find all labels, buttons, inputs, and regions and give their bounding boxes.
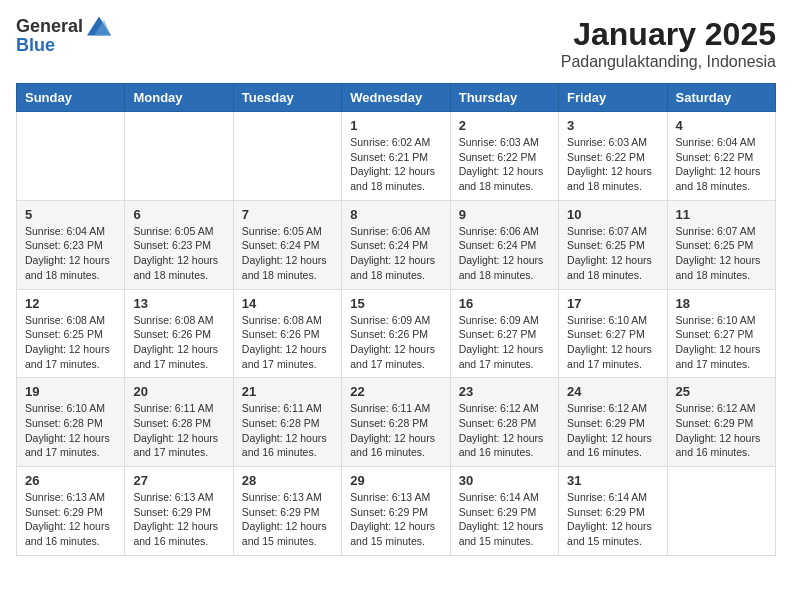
calendar-cell: 6Sunrise: 6:05 AMSunset: 6:23 PMDaylight… xyxy=(125,200,233,289)
calendar-cell: 19Sunrise: 6:10 AMSunset: 6:28 PMDayligh… xyxy=(17,378,125,467)
day-info: Sunrise: 6:07 AMSunset: 6:25 PMDaylight:… xyxy=(567,224,658,283)
calendar-cell: 17Sunrise: 6:10 AMSunset: 6:27 PMDayligh… xyxy=(559,289,667,378)
calendar-cell: 11Sunrise: 6:07 AMSunset: 6:25 PMDayligh… xyxy=(667,200,775,289)
day-info: Sunrise: 6:06 AMSunset: 6:24 PMDaylight:… xyxy=(459,224,550,283)
calendar-cell xyxy=(667,467,775,556)
day-number: 28 xyxy=(242,473,333,488)
header-wednesday: Wednesday xyxy=(342,84,450,112)
calendar-week-1: 1Sunrise: 6:02 AMSunset: 6:21 PMDaylight… xyxy=(17,112,776,201)
day-number: 25 xyxy=(676,384,767,399)
calendar-cell: 15Sunrise: 6:09 AMSunset: 6:26 PMDayligh… xyxy=(342,289,450,378)
day-info: Sunrise: 6:03 AMSunset: 6:22 PMDaylight:… xyxy=(459,135,550,194)
day-number: 22 xyxy=(350,384,441,399)
day-number: 17 xyxy=(567,296,658,311)
calendar-cell: 22Sunrise: 6:11 AMSunset: 6:28 PMDayligh… xyxy=(342,378,450,467)
day-number: 12 xyxy=(25,296,116,311)
calendar-cell: 12Sunrise: 6:08 AMSunset: 6:25 PMDayligh… xyxy=(17,289,125,378)
calendar-cell: 2Sunrise: 6:03 AMSunset: 6:22 PMDaylight… xyxy=(450,112,558,201)
day-info: Sunrise: 6:13 AMSunset: 6:29 PMDaylight:… xyxy=(133,490,224,549)
calendar-header-row: SundayMondayTuesdayWednesdayThursdayFrid… xyxy=(17,84,776,112)
page-header: General Blue January 2025 Padangulaktand… xyxy=(16,16,776,71)
calendar-cell: 28Sunrise: 6:13 AMSunset: 6:29 PMDayligh… xyxy=(233,467,341,556)
logo-general: General xyxy=(16,17,83,35)
day-info: Sunrise: 6:05 AMSunset: 6:23 PMDaylight:… xyxy=(133,224,224,283)
title-month: January 2025 xyxy=(561,16,776,53)
day-info: Sunrise: 6:04 AMSunset: 6:22 PMDaylight:… xyxy=(676,135,767,194)
logo: General Blue xyxy=(16,16,111,54)
calendar-cell: 23Sunrise: 6:12 AMSunset: 6:28 PMDayligh… xyxy=(450,378,558,467)
header-monday: Monday xyxy=(125,84,233,112)
day-number: 30 xyxy=(459,473,550,488)
calendar-cell: 4Sunrise: 6:04 AMSunset: 6:22 PMDaylight… xyxy=(667,112,775,201)
day-number: 14 xyxy=(242,296,333,311)
day-number: 10 xyxy=(567,207,658,222)
day-info: Sunrise: 6:12 AMSunset: 6:28 PMDaylight:… xyxy=(459,401,550,460)
day-number: 15 xyxy=(350,296,441,311)
calendar-cell: 24Sunrise: 6:12 AMSunset: 6:29 PMDayligh… xyxy=(559,378,667,467)
day-info: Sunrise: 6:14 AMSunset: 6:29 PMDaylight:… xyxy=(459,490,550,549)
day-info: Sunrise: 6:07 AMSunset: 6:25 PMDaylight:… xyxy=(676,224,767,283)
calendar-week-2: 5Sunrise: 6:04 AMSunset: 6:23 PMDaylight… xyxy=(17,200,776,289)
day-info: Sunrise: 6:09 AMSunset: 6:27 PMDaylight:… xyxy=(459,313,550,372)
day-number: 1 xyxy=(350,118,441,133)
calendar-cell: 14Sunrise: 6:08 AMSunset: 6:26 PMDayligh… xyxy=(233,289,341,378)
day-number: 6 xyxy=(133,207,224,222)
calendar-cell: 10Sunrise: 6:07 AMSunset: 6:25 PMDayligh… xyxy=(559,200,667,289)
calendar-cell: 5Sunrise: 6:04 AMSunset: 6:23 PMDaylight… xyxy=(17,200,125,289)
day-info: Sunrise: 6:08 AMSunset: 6:26 PMDaylight:… xyxy=(133,313,224,372)
calendar-cell: 21Sunrise: 6:11 AMSunset: 6:28 PMDayligh… xyxy=(233,378,341,467)
day-info: Sunrise: 6:12 AMSunset: 6:29 PMDaylight:… xyxy=(676,401,767,460)
title-block: January 2025 Padangulaktanding, Indonesi… xyxy=(561,16,776,71)
calendar-cell xyxy=(125,112,233,201)
day-info: Sunrise: 6:03 AMSunset: 6:22 PMDaylight:… xyxy=(567,135,658,194)
day-number: 16 xyxy=(459,296,550,311)
day-number: 2 xyxy=(459,118,550,133)
day-info: Sunrise: 6:13 AMSunset: 6:29 PMDaylight:… xyxy=(242,490,333,549)
day-info: Sunrise: 6:10 AMSunset: 6:28 PMDaylight:… xyxy=(25,401,116,460)
day-number: 7 xyxy=(242,207,333,222)
calendar-table: SundayMondayTuesdayWednesdayThursdayFrid… xyxy=(16,83,776,556)
calendar-cell: 31Sunrise: 6:14 AMSunset: 6:29 PMDayligh… xyxy=(559,467,667,556)
day-number: 20 xyxy=(133,384,224,399)
header-saturday: Saturday xyxy=(667,84,775,112)
day-info: Sunrise: 6:14 AMSunset: 6:29 PMDaylight:… xyxy=(567,490,658,549)
day-number: 21 xyxy=(242,384,333,399)
calendar-cell: 3Sunrise: 6:03 AMSunset: 6:22 PMDaylight… xyxy=(559,112,667,201)
calendar-week-3: 12Sunrise: 6:08 AMSunset: 6:25 PMDayligh… xyxy=(17,289,776,378)
day-number: 3 xyxy=(567,118,658,133)
header-tuesday: Tuesday xyxy=(233,84,341,112)
calendar-cell: 7Sunrise: 6:05 AMSunset: 6:24 PMDaylight… xyxy=(233,200,341,289)
day-number: 19 xyxy=(25,384,116,399)
day-number: 27 xyxy=(133,473,224,488)
day-info: Sunrise: 6:11 AMSunset: 6:28 PMDaylight:… xyxy=(350,401,441,460)
calendar-cell xyxy=(233,112,341,201)
calendar-week-5: 26Sunrise: 6:13 AMSunset: 6:29 PMDayligh… xyxy=(17,467,776,556)
day-number: 26 xyxy=(25,473,116,488)
day-number: 18 xyxy=(676,296,767,311)
day-info: Sunrise: 6:06 AMSunset: 6:24 PMDaylight:… xyxy=(350,224,441,283)
header-sunday: Sunday xyxy=(17,84,125,112)
day-number: 5 xyxy=(25,207,116,222)
day-number: 24 xyxy=(567,384,658,399)
day-info: Sunrise: 6:13 AMSunset: 6:29 PMDaylight:… xyxy=(25,490,116,549)
day-info: Sunrise: 6:09 AMSunset: 6:26 PMDaylight:… xyxy=(350,313,441,372)
calendar-cell: 1Sunrise: 6:02 AMSunset: 6:21 PMDaylight… xyxy=(342,112,450,201)
title-location: Padangulaktanding, Indonesia xyxy=(561,53,776,71)
calendar-cell: 18Sunrise: 6:10 AMSunset: 6:27 PMDayligh… xyxy=(667,289,775,378)
logo-text: General Blue xyxy=(16,16,111,54)
logo-blue: Blue xyxy=(16,36,111,54)
day-number: 29 xyxy=(350,473,441,488)
calendar-cell: 30Sunrise: 6:14 AMSunset: 6:29 PMDayligh… xyxy=(450,467,558,556)
day-info: Sunrise: 6:08 AMSunset: 6:25 PMDaylight:… xyxy=(25,313,116,372)
header-thursday: Thursday xyxy=(450,84,558,112)
calendar-cell: 29Sunrise: 6:13 AMSunset: 6:29 PMDayligh… xyxy=(342,467,450,556)
day-info: Sunrise: 6:12 AMSunset: 6:29 PMDaylight:… xyxy=(567,401,658,460)
day-info: Sunrise: 6:10 AMSunset: 6:27 PMDaylight:… xyxy=(676,313,767,372)
header-friday: Friday xyxy=(559,84,667,112)
calendar-cell: 25Sunrise: 6:12 AMSunset: 6:29 PMDayligh… xyxy=(667,378,775,467)
calendar-cell xyxy=(17,112,125,201)
day-info: Sunrise: 6:02 AMSunset: 6:21 PMDaylight:… xyxy=(350,135,441,194)
day-info: Sunrise: 6:11 AMSunset: 6:28 PMDaylight:… xyxy=(242,401,333,460)
calendar-cell: 13Sunrise: 6:08 AMSunset: 6:26 PMDayligh… xyxy=(125,289,233,378)
calendar-cell: 8Sunrise: 6:06 AMSunset: 6:24 PMDaylight… xyxy=(342,200,450,289)
